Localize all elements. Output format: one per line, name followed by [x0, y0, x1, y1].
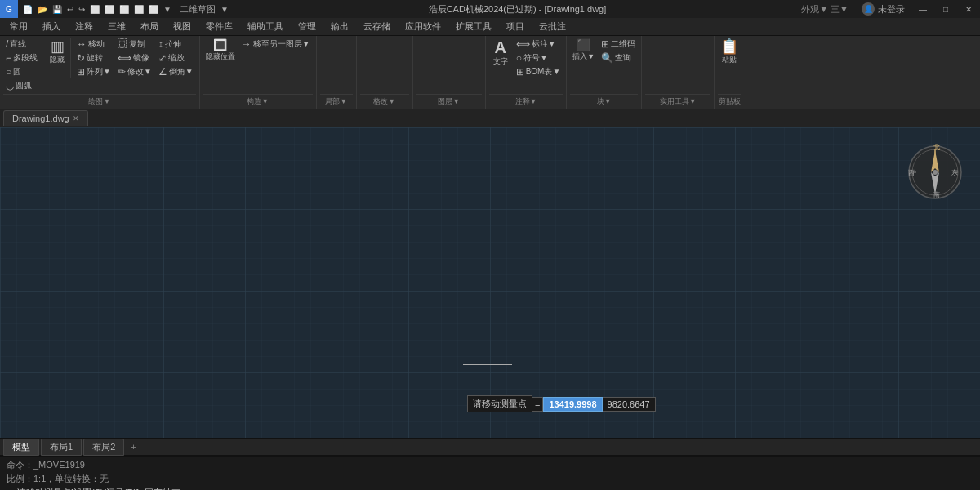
- tool-modify[interactable]: ✏修改▼: [115, 65, 154, 78]
- tool-angle[interactable]: ∠倒角▼: [156, 65, 196, 78]
- ribbon-draw-tools: /直线 ⌐多段线 ○圆 ◡圆弧 ▥ 隐藏 ↔移动 ↻旋转 ⊞阵列▼ ⿴复制 ⟺镜…: [3, 38, 196, 94]
- workspace-down[interactable]: ▼: [219, 5, 230, 14]
- command-area: 命令：_MOVE1919 比例：1:1，单位转换：无 ⊳ 请移动测量点[设置(S…: [0, 456, 980, 490]
- open-icon[interactable]: 📂: [36, 5, 49, 14]
- tool-arc[interactable]: ◡圆弧: [3, 79, 40, 92]
- annotate-col: ⟺标注▼ ○符号▼ ⊞BOM表▼: [514, 38, 564, 78]
- ribbon-format-tools: [360, 38, 409, 94]
- ribbon-local-tools: [320, 38, 353, 94]
- ribbon-construct-tools: 🔳 隐藏位置 →移至另一图层▼: [203, 38, 313, 94]
- ribbon-group-format: 格改▼: [357, 36, 413, 109]
- tab-model[interactable]: 模型: [3, 439, 39, 456]
- group-label-layer: 图层▼: [416, 94, 482, 107]
- tool-rotate[interactable]: ↻旋转: [74, 51, 114, 65]
- menu-layout[interactable]: 布局: [134, 19, 165, 34]
- tooltip-x-value[interactable]: 13419.9998: [543, 397, 602, 412]
- tool-move[interactable]: ↔移动: [74, 38, 114, 51]
- maximize-button[interactable]: □: [934, 0, 957, 18]
- minimize-button[interactable]: —: [911, 0, 934, 18]
- tool-circle[interactable]: ○圆: [3, 65, 40, 78]
- canvas-area[interactable]: X Y 请移动测量点 = 13419.9998 9820.6647 北: [0, 127, 980, 438]
- ribbon-group-local: 局部▼: [317, 36, 357, 109]
- menu-parts[interactable]: 零件库: [199, 19, 239, 34]
- ribbon-group-utility: 实用工具▼: [642, 36, 715, 109]
- save-icon[interactable]: 💾: [51, 5, 64, 14]
- tool-paste[interactable]: 📋 粘贴: [718, 38, 741, 67]
- tab-add[interactable]: +: [126, 440, 140, 453]
- close-button[interactable]: ✕: [957, 0, 980, 18]
- ribbon-group-block: ⬛ 插入▼ ⊞二维码 🔍查询 块▼: [567, 36, 642, 109]
- quicktool-5[interactable]: ⬜: [147, 5, 160, 14]
- menu-view[interactable]: 视图: [167, 19, 198, 34]
- tool-insert[interactable]: ⬛ 插入▼: [570, 38, 597, 64]
- tool-dimension[interactable]: ⟺标注▼: [514, 38, 564, 51]
- new-icon[interactable]: 📄: [21, 5, 34, 14]
- tool-hidden[interactable]: 🔳 隐藏位置: [203, 38, 238, 64]
- tool-polyline[interactable]: ⌐多段线: [3, 51, 40, 65]
- quicktool-3[interactable]: ⬜: [118, 5, 131, 14]
- tool-query[interactable]: 🔍查询: [599, 51, 638, 65]
- ribbon-group-construct: 🔳 隐藏位置 →移至另一图层▼ 构造▼: [200, 36, 317, 109]
- tool-bom[interactable]: ⊞BOM表▼: [514, 65, 564, 78]
- ribbon: /直线 ⌐多段线 ○圆 ◡圆弧 ▥ 隐藏 ↔移动 ↻旋转 ⊞阵列▼ ⿴复制 ⟺镜…: [0, 36, 980, 109]
- group-label-annotate: 注释▼: [489, 94, 564, 107]
- menu-insert[interactable]: 插入: [36, 19, 67, 34]
- tool-scale[interactable]: ⤢缩放: [156, 51, 196, 65]
- menu-output[interactable]: 输出: [324, 19, 355, 34]
- tool-mirror[interactable]: ⟺镜像: [115, 51, 154, 65]
- window-controls: — □ ✕: [911, 0, 980, 18]
- menu-annotate[interactable]: 注释: [69, 19, 100, 34]
- menu-3d[interactable]: 三维: [101, 19, 132, 34]
- menu-manage[interactable]: 管理: [292, 19, 323, 34]
- cmd-line-2: 比例：1:1，单位转换：无: [3, 472, 977, 486]
- menu-cloud[interactable]: 云存储: [357, 19, 397, 34]
- menu-apps[interactable]: 应用软件: [399, 19, 448, 34]
- menu-extensions[interactable]: 扩展工具: [449, 19, 498, 34]
- menu-project[interactable]: 项目: [500, 19, 531, 34]
- cursor-tooltip: 请移动测量点 = 13419.9998 9820.6647: [467, 395, 656, 412]
- undo-icon[interactable]: ↩: [65, 5, 75, 14]
- ribbon-group-clipboard: 📋 粘贴 剪贴板: [715, 36, 744, 109]
- drawing-tabs: Drawing1.dwg ✕: [0, 109, 980, 127]
- tool-array[interactable]: ⊞阵列▼: [74, 65, 114, 78]
- quicktool-4[interactable]: ⬜: [132, 5, 145, 14]
- group-label-construct: 构造▼: [203, 94, 313, 107]
- tool-copy[interactable]: ⿴复制: [115, 38, 154, 51]
- user-name[interactable]: 未登录: [878, 3, 905, 16]
- tool-text[interactable]: A 文字: [489, 38, 512, 69]
- menu-tools[interactable]: 辅助工具: [241, 19, 290, 34]
- quicktool-1[interactable]: ⬜: [88, 5, 101, 14]
- ribbon-group-draw: /直线 ⌐多段线 ○圆 ◡圆弧 ▥ 隐藏 ↔移动 ↻旋转 ⊞阵列▼ ⿴复制 ⟺镜…: [0, 36, 200, 109]
- axes: X Y: [0, 127, 980, 438]
- cmd-line-1: 命令：_MOVE1919: [3, 458, 977, 472]
- view-label[interactable]: 外观▼ 三▼: [801, 3, 855, 16]
- cmd-prompt[interactable]: ⊳ 请移动测量点[设置(S)/记录(R)]<回车结束>：: [3, 486, 977, 490]
- tool-construct[interactable]: ▥ 隐藏: [46, 38, 69, 67]
- ribbon-draw-col2: ▥ 隐藏: [42, 38, 69, 67]
- ribbon-draw-col5: ↕拉伸 ⤢缩放 ∠倒角▼: [156, 38, 196, 78]
- tooltip-prompt: 请移动测量点: [467, 395, 532, 412]
- tooltip-equals: =: [532, 397, 543, 412]
- text-icon: A: [494, 39, 506, 56]
- menu-cloud-annotate[interactable]: 云批注: [532, 19, 572, 34]
- menu-common[interactable]: 常用: [3, 19, 34, 34]
- tab-layout1[interactable]: 布局1: [41, 439, 82, 456]
- ribbon-group-annotate: A 文字 ⟺标注▼ ○符号▼ ⊞BOM表▼ 注释▼: [486, 36, 568, 109]
- ribbon-annotate-tools: A 文字 ⟺标注▼ ○符号▼ ⊞BOM表▼: [489, 38, 564, 94]
- redo-icon[interactable]: ↪: [77, 5, 87, 14]
- tool-2dcode[interactable]: ⊞二维码: [599, 38, 638, 51]
- drawing-tab-close[interactable]: ✕: [73, 114, 79, 122]
- tool-stretch[interactable]: ↕拉伸: [156, 38, 196, 51]
- tool-symbol[interactable]: ○符号▼: [514, 51, 564, 65]
- ribbon-utility-tools: [645, 38, 710, 94]
- group-label-format: 格改▼: [360, 94, 409, 107]
- quicktool-down[interactable]: ▼: [162, 5, 173, 14]
- model-tabs-bar: 模型 布局1 布局2 +: [0, 438, 980, 456]
- tab-layout2[interactable]: 布局2: [83, 439, 124, 456]
- drawing-tab-1[interactable]: Drawing1.dwg ✕: [3, 110, 88, 126]
- block-col1: ⬛ 插入▼: [570, 38, 597, 64]
- group-label-utility: 实用工具▼: [645, 94, 710, 107]
- tool-line[interactable]: /直线: [3, 38, 40, 51]
- quicktool-2[interactable]: ⬜: [103, 5, 116, 14]
- tool-move-layer[interactable]: →移至另一图层▼: [239, 38, 313, 51]
